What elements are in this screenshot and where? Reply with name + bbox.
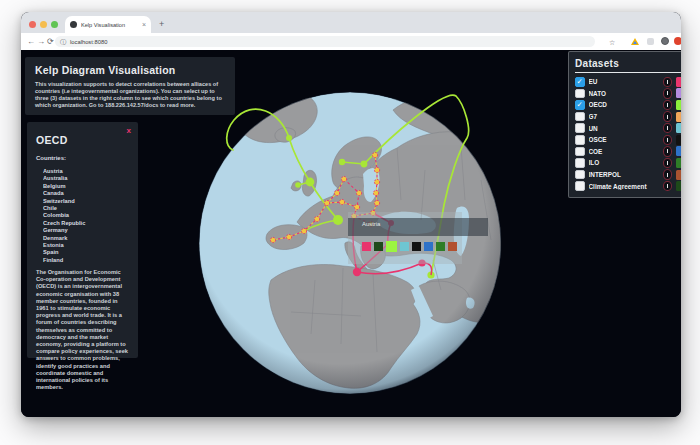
country-list-item: Germany xyxy=(43,227,129,234)
dataset-row: OSCE xyxy=(575,134,681,146)
tooltip-swatch xyxy=(374,242,383,251)
tooltip-swatch xyxy=(436,242,445,251)
info-icon[interactable] xyxy=(663,123,672,134)
dataset-row: NATO xyxy=(575,88,681,100)
tooltip-swatch xyxy=(362,242,371,251)
intro-description: This visualization supports to detect co… xyxy=(35,81,225,109)
tab-title: Kelp Visualisation xyxy=(81,22,139,28)
extension-triangle-icon[interactable] xyxy=(631,38,639,45)
dataset-checkbox[interactable]: ✓ xyxy=(575,77,585,87)
info-icon[interactable] xyxy=(663,169,672,180)
oecd-country-list[interactable]: AustriaAustraliaBelgiumCanadaSwitzerland… xyxy=(43,168,129,262)
dataset-row: UN xyxy=(575,122,681,134)
url-bar[interactable]: ⓘ localhost:8080 xyxy=(55,36,595,47)
browser-tab-strip: Kelp Visualisation × + xyxy=(21,12,681,33)
dataset-label: G7 xyxy=(589,113,660,120)
info-icon[interactable] xyxy=(663,77,672,88)
dataset-label: Climate Agreement xyxy=(589,183,660,190)
close-icon[interactable]: x xyxy=(127,126,131,135)
datasets-title: Datasets xyxy=(575,58,681,69)
dataset-row: G7 xyxy=(575,111,681,123)
dataset-checkbox[interactable] xyxy=(575,147,585,157)
dataset-checkbox[interactable] xyxy=(575,112,585,122)
info-icon[interactable] xyxy=(663,146,672,157)
dataset-checkbox[interactable]: ✓ xyxy=(575,100,585,110)
datasets-list: ✓EUNATO✓OECDG7UNOSCECOEILOINTERPOLClimat… xyxy=(575,76,681,192)
info-icon[interactable] xyxy=(663,181,672,192)
country-list-item: Chile xyxy=(43,205,129,212)
page-content: Austria Kelp Diagram Visualisation This … xyxy=(21,50,681,417)
window-zoom-button[interactable] xyxy=(51,21,58,28)
info-icon[interactable] xyxy=(663,135,672,146)
browser-tab[interactable]: Kelp Visualisation × xyxy=(65,16,151,33)
forward-button[interactable]: → xyxy=(37,36,45,47)
dataset-checkbox[interactable] xyxy=(575,181,585,191)
dataset-label: NATO xyxy=(589,90,660,97)
info-icon[interactable] xyxy=(663,158,672,169)
country-list-item: Australia xyxy=(43,175,129,182)
dataset-row: ✓OECD xyxy=(575,99,681,111)
country-list-item: Switzerland xyxy=(43,198,129,205)
dataset-label: INTERPOL xyxy=(589,171,660,178)
tab-favicon-icon xyxy=(70,21,77,28)
country-list-item: Czech Republic xyxy=(43,220,129,227)
dataset-color-swatch xyxy=(676,146,681,156)
country-list-item: Canada xyxy=(43,190,129,197)
browser-window: Kelp Visualisation × + ← → ⟳ ⓘ localhost… xyxy=(21,12,681,417)
dataset-label: OSCE xyxy=(589,136,660,143)
dataset-label: COE xyxy=(589,148,660,155)
tooltip-swatch xyxy=(424,242,433,251)
dataset-row: ILO xyxy=(575,157,681,169)
dataset-color-swatch xyxy=(676,135,681,145)
new-tab-button[interactable]: + xyxy=(159,17,164,31)
dataset-color-swatch xyxy=(676,88,681,98)
dataset-label: ILO xyxy=(589,159,660,166)
info-icon[interactable] xyxy=(663,88,672,99)
dataset-color-swatch xyxy=(676,77,681,87)
dataset-row: COE xyxy=(575,146,681,158)
dataset-label: OECD xyxy=(589,101,660,108)
url-text: localhost:8080 xyxy=(70,39,107,45)
dataset-color-swatch xyxy=(676,100,681,110)
tab-close-icon[interactable]: × xyxy=(142,21,146,28)
dataset-color-swatch xyxy=(676,123,681,133)
dataset-label: EU xyxy=(589,78,660,85)
profile-avatar[interactable] xyxy=(661,37,669,45)
datasets-panel: Datasets ✓EUNATO✓OECDG7UNOSCECOEILOINTER… xyxy=(568,51,681,198)
info-icon[interactable] xyxy=(663,100,672,111)
extension-square-icon[interactable] xyxy=(647,38,654,45)
dataset-row: ✓EU xyxy=(575,76,681,88)
page-title: Kelp Diagram Visualisation xyxy=(35,64,225,76)
tooltip-swatch xyxy=(412,242,421,251)
tooltip-swatch xyxy=(386,241,397,252)
tooltip-swatch xyxy=(448,242,457,251)
window-minimize-button[interactable] xyxy=(40,21,47,28)
tooltip-country-name: Austria xyxy=(362,221,380,227)
info-icon[interactable] xyxy=(663,111,672,122)
dataset-color-swatch xyxy=(676,181,681,191)
browser-toolbar: ← → ⟳ ⓘ localhost:8080 ☆ xyxy=(21,33,681,50)
dataset-color-swatch xyxy=(676,112,681,122)
window-close-button[interactable] xyxy=(29,21,36,28)
browser-menu-red-icon[interactable] xyxy=(674,37,681,45)
site-info-icon[interactable]: ⓘ xyxy=(60,39,66,45)
oecd-detail-panel: x OECD Countries: AustriaAustraliaBelgiu… xyxy=(27,122,138,358)
dataset-row: Climate Agreement xyxy=(575,180,681,192)
dataset-checkbox[interactable] xyxy=(575,89,585,99)
dataset-checkbox[interactable] xyxy=(575,170,585,180)
bookmark-star-icon[interactable]: ☆ xyxy=(609,38,615,47)
country-list-item: Colombia xyxy=(43,212,129,219)
dataset-checkbox[interactable] xyxy=(575,158,585,168)
countries-label: Countries: xyxy=(36,155,129,161)
dataset-label: UN xyxy=(589,125,660,132)
country-list-item: Austria xyxy=(43,168,129,175)
dataset-checkbox[interactable] xyxy=(575,135,585,145)
dataset-row: INTERPOL xyxy=(575,169,681,181)
dataset-checkbox[interactable] xyxy=(575,123,585,133)
country-list-item: Spain xyxy=(43,249,129,256)
country-list-item: Denmark xyxy=(43,235,129,242)
country-list-item: Belgium xyxy=(43,183,129,190)
datasets-divider xyxy=(575,72,681,73)
reload-button[interactable]: ⟳ xyxy=(47,36,54,47)
back-button[interactable]: ← xyxy=(27,36,35,47)
